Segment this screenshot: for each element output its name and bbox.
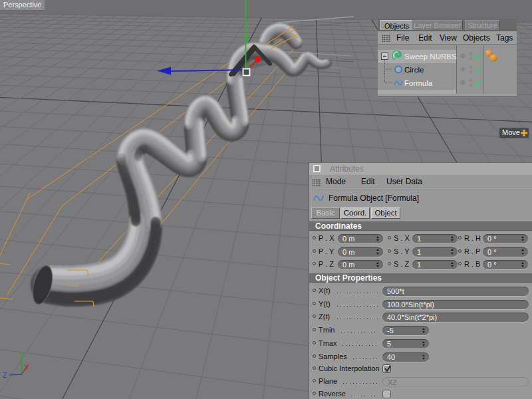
svg-text:X: X	[24, 364, 29, 371]
svg-text:Z: Z	[3, 371, 7, 379]
svg-text:Formula: Formula	[404, 79, 433, 87]
svg-text:Y: Y	[19, 351, 24, 358]
svg-text:Sweep NURBS: Sweep NURBS	[404, 53, 457, 61]
svg-text:Circle: Circle	[404, 66, 424, 74]
